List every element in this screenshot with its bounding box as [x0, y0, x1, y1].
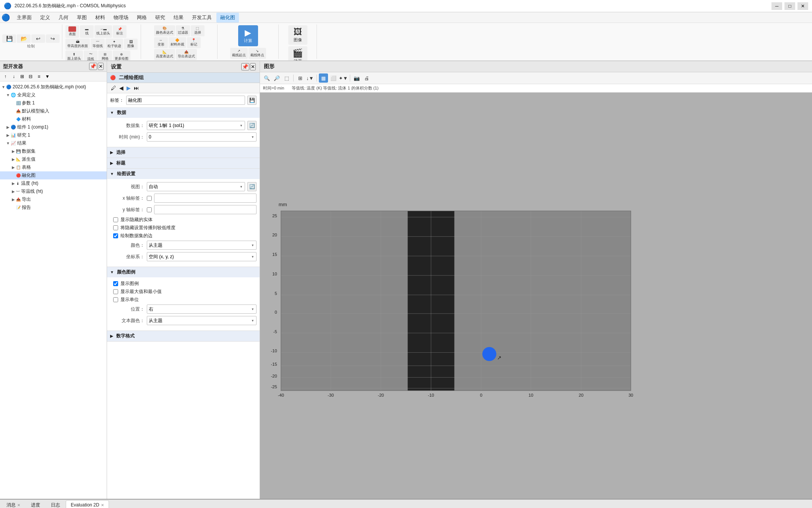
- sidebar-list-button[interactable]: ≡: [35, 73, 43, 80]
- sidebar-more-button[interactable]: ▼: [44, 73, 51, 80]
- tree-global[interactable]: ▼ 🌐 全局定义: [0, 91, 107, 99]
- ribbon-image[interactable]: 🖼图像: [124, 39, 138, 50]
- tree-iso[interactable]: ▶ 〰 等温线 (ht): [0, 187, 107, 195]
- sidebar-close-button[interactable]: ✕: [98, 63, 104, 70]
- ribbon-open[interactable]: 📂: [17, 34, 31, 43]
- menu-physics[interactable]: 物理场: [110, 13, 132, 23]
- menu-melt[interactable]: 融化图: [216, 13, 239, 23]
- sidebar-expand-button[interactable]: ⊞: [18, 73, 26, 80]
- ribbon-heightsurface[interactable]: 🏔带高度的表面: [65, 39, 90, 50]
- ylabel-input[interactable]: [154, 205, 257, 214]
- ribbon-undo[interactable]: ↩: [31, 34, 45, 43]
- ribbon-line[interactable]: ▬线: [80, 25, 94, 38]
- plot-settings-header[interactable]: ▼ 绘图设置: [107, 169, 260, 179]
- graph-grid-button[interactable]: ⊞: [296, 73, 305, 83]
- tree-study1[interactable]: ▶ 📊 研究 1: [0, 131, 107, 139]
- graph-render-button[interactable]: ✦▼: [339, 73, 348, 83]
- show-unit-checkbox[interactable]: [113, 297, 118, 302]
- tab-progress[interactable]: 进度: [26, 500, 45, 508]
- dataset-sync-button[interactable]: 🔄: [247, 121, 257, 130]
- graph-print-button[interactable]: 🖨: [362, 73, 371, 83]
- tree-default[interactable]: 📥 默认模型输入: [0, 107, 107, 115]
- graph-camera-button[interactable]: 📷: [352, 73, 361, 83]
- colorlegend-toggle[interactable]: ▼: [110, 270, 114, 274]
- ribbon-colorexpr[interactable]: 🎨颜色表达式: [154, 25, 175, 36]
- cursor-point[interactable]: [482, 347, 497, 361]
- data-section-toggle[interactable]: ▼: [110, 111, 114, 115]
- ribbon-annotation[interactable]: 📌标注: [113, 25, 127, 38]
- graph-canvas[interactable]: mm 25 20 15 10 5 0 -5 -10 -15 -20 -25: [260, 93, 812, 499]
- menu-results[interactable]: 结果: [170, 13, 187, 23]
- color-select[interactable]: 从主题: [147, 241, 257, 250]
- settings-pin-button[interactable]: 📌: [241, 63, 249, 70]
- ribbon-save[interactable]: 💾: [2, 34, 16, 43]
- ribbon-mesh[interactable]: ⊞网格: [98, 50, 112, 61]
- ribbon-matappear[interactable]: 🔶材料外观: [169, 37, 186, 48]
- position-select[interactable]: 右 左 上 下: [147, 304, 257, 314]
- settings-next-button[interactable]: ▶: [126, 84, 132, 92]
- sidebar-up-button[interactable]: ↑: [2, 73, 9, 80]
- menu-material[interactable]: 材料: [91, 13, 109, 23]
- menu-mesh[interactable]: 网格: [133, 13, 151, 23]
- colorlegend-header[interactable]: ▼ 颜色图例: [107, 267, 260, 277]
- show-hidden-checkbox[interactable]: [113, 217, 118, 222]
- tree-global-toggle[interactable]: ▼: [5, 93, 11, 97]
- ylabel-checkbox[interactable]: [147, 207, 152, 212]
- ribbon-particle[interactable]: ✦粒子轨迹: [106, 39, 123, 50]
- sidebar-pin-button[interactable]: 📌: [89, 63, 97, 70]
- ribbon-image-export[interactable]: 🖼 图像: [288, 25, 307, 45]
- ribbon-deform[interactable]: ↔变形: [154, 37, 168, 48]
- ribbon-isoline[interactable]: 〰等值线: [91, 39, 105, 50]
- tree-results[interactable]: ▼ 📈 结果: [0, 139, 107, 147]
- tree-root-toggle[interactable]: ▼: [1, 85, 6, 89]
- sidebar-collapse-button[interactable]: ⊟: [27, 73, 34, 80]
- graph-zoom-area[interactable]: ⬚: [282, 73, 291, 83]
- minimize-button[interactable]: ─: [771, 2, 782, 10]
- menu-devtools[interactable]: 开发工具: [188, 13, 216, 23]
- settings-plot-button[interactable]: 🖊: [110, 84, 117, 92]
- coords-select[interactable]: 空间 (x, y, z): [147, 252, 257, 261]
- ribbon-facearrow[interactable]: ⬆面上箭头: [65, 50, 83, 61]
- propagate-hidden-checkbox[interactable]: [113, 225, 118, 230]
- ribbon-filter[interactable]: ⚗过滤器: [176, 25, 190, 36]
- menu-geometry[interactable]: 几何: [55, 13, 72, 23]
- tree-tables[interactable]: ▶ 📋 表格: [0, 163, 107, 171]
- tree-datasets[interactable]: ▶ 💾 数据集: [0, 147, 107, 155]
- numformat-header[interactable]: ▶ 数字格式: [107, 331, 260, 341]
- ribbon-surface[interactable]: 表面: [65, 25, 79, 38]
- time-select[interactable]: 0: [147, 132, 257, 142]
- ribbon-cut-start[interactable]: ↗截线起点: [230, 48, 248, 59]
- menu-define[interactable]: 定义: [36, 13, 54, 23]
- graph-zoomin-button[interactable]: 🔍: [262, 73, 271, 83]
- show-minmax-checkbox[interactable]: [113, 289, 118, 294]
- ribbon-redo[interactable]: ↪: [46, 34, 60, 43]
- tree-material[interactable]: 🔷 材料: [0, 115, 107, 123]
- title-section-header[interactable]: ▶ 标题: [107, 158, 260, 168]
- settings-label-save[interactable]: 💾: [247, 96, 257, 105]
- tree-param1[interactable]: 🔢 参数 1: [0, 99, 107, 107]
- tree-derived[interactable]: ▶ 📐 派生值: [0, 155, 107, 163]
- ribbon-cut-end[interactable]: ↘截线终点: [248, 48, 266, 59]
- ribbon-moreplots[interactable]: ⊕更多绘图: [113, 50, 130, 61]
- ribbon-marker[interactable]: 📍标记: [187, 37, 201, 48]
- textcolor-select[interactable]: 从主题: [147, 316, 257, 325]
- settings-prev-button[interactable]: ◀: [119, 84, 124, 92]
- tab-messages-close[interactable]: ✕: [17, 503, 20, 507]
- menu-main[interactable]: 主界面: [13, 13, 36, 23]
- menu-study[interactable]: 研究: [151, 13, 169, 23]
- data-section-header[interactable]: ▼ 数据: [107, 107, 260, 118]
- graph-scene-button[interactable]: ⬜: [329, 73, 338, 83]
- select-section-toggle[interactable]: ▶: [110, 150, 113, 155]
- ribbon-heightexpr[interactable]: 📐高度表达式: [154, 49, 175, 60]
- dataset-select[interactable]: 研究 1/解 1 (sol1): [147, 121, 245, 130]
- title-section-toggle[interactable]: ▶: [110, 161, 113, 165]
- xlabel-input[interactable]: [154, 194, 257, 203]
- maximize-button[interactable]: □: [784, 2, 795, 10]
- close-button[interactable]: ✕: [797, 2, 808, 10]
- plot-settings-toggle[interactable]: ▼: [110, 172, 114, 176]
- tab-messages[interactable]: 消息 ✕: [2, 500, 25, 508]
- graph-down-button[interactable]: ↓▼: [305, 73, 315, 83]
- ribbon-linearrow[interactable]: →▬线上箭头: [94, 25, 112, 38]
- tab-eval2d[interactable]: Evaluation 2D ✕: [66, 500, 109, 508]
- tree-temp[interactable]: ▶ 🌡 温度 (ht): [0, 179, 107, 187]
